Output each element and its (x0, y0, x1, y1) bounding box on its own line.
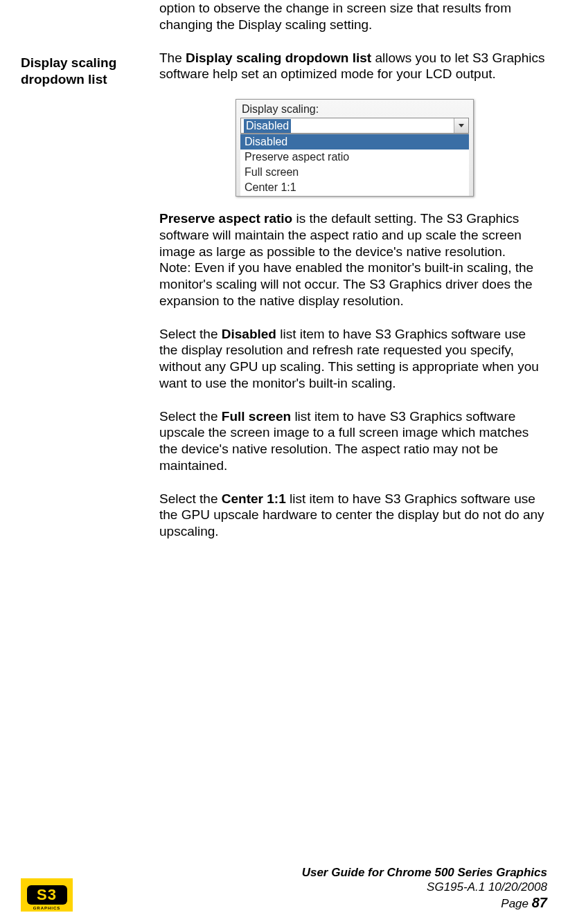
dropdown-item[interactable]: Center 1:1 (240, 180, 469, 195)
text-bold: Display scaling dropdown list (186, 51, 371, 65)
para-disabled: Select the Disabled list item to have S3… (159, 326, 547, 392)
para-preserve: Preserve aspect ratio is the default set… (159, 210, 547, 260)
footer-title: User Guide for Chrome 500 Series Graphic… (302, 865, 547, 880)
text: Select the (159, 409, 222, 424)
s3-logo: S3 GRAPHICS (21, 878, 73, 912)
para-center: Select the Center 1:1 list item to have … (159, 491, 547, 540)
dropdown-selected[interactable]: Disabled (240, 118, 469, 134)
dropdown-item[interactable]: Preserve aspect ratio (240, 150, 469, 165)
text-bold: Preserve aspect ratio (159, 211, 292, 226)
para-fullscreen: Select the Full screen list item to have… (159, 408, 547, 474)
dropdown-control: Display scaling: Disabled Disabled Prese… (236, 99, 474, 197)
para-dropdown-desc: The Display scaling dropdown list allows… (159, 50, 547, 83)
text: Select the (159, 491, 222, 506)
logo-text: S3 (27, 885, 67, 905)
dropdown-screenshot: Display scaling: Disabled Disabled Prese… (236, 99, 547, 197)
text: The (159, 51, 186, 65)
text: Select the (159, 327, 222, 341)
footer-page-label: Page (501, 897, 531, 910)
dropdown-list: Disabled Preserve aspect ratio Full scre… (240, 134, 469, 196)
logo-subtext: GRAPHICS (33, 906, 61, 912)
para-preserve-note: Note: Even if you have enabled the monit… (159, 260, 547, 309)
chevron-down-icon[interactable] (454, 118, 468, 133)
svg-marker-0 (459, 124, 464, 127)
text-bold: Full screen (222, 409, 291, 424)
dropdown-item[interactable]: Full screen (240, 165, 469, 180)
footer-docid: SG195-A.1 10/20/2008 (302, 880, 547, 894)
sidebar-heading: Display scaling dropdown list (21, 55, 152, 88)
intro-paragraph: option to observe the change in screen s… (159, 0, 547, 33)
dropdown-selected-text: Disabled (244, 119, 291, 133)
text-bold: Disabled (222, 327, 276, 341)
text-bold: Center 1:1 (222, 491, 286, 506)
footer-page-number: 87 (532, 895, 547, 910)
page-footer: S3 GRAPHICS User Guide for Chrome 500 Se… (0, 865, 568, 912)
dropdown-item[interactable]: Disabled (240, 134, 469, 150)
dropdown-label: Display scaling: (236, 100, 473, 117)
